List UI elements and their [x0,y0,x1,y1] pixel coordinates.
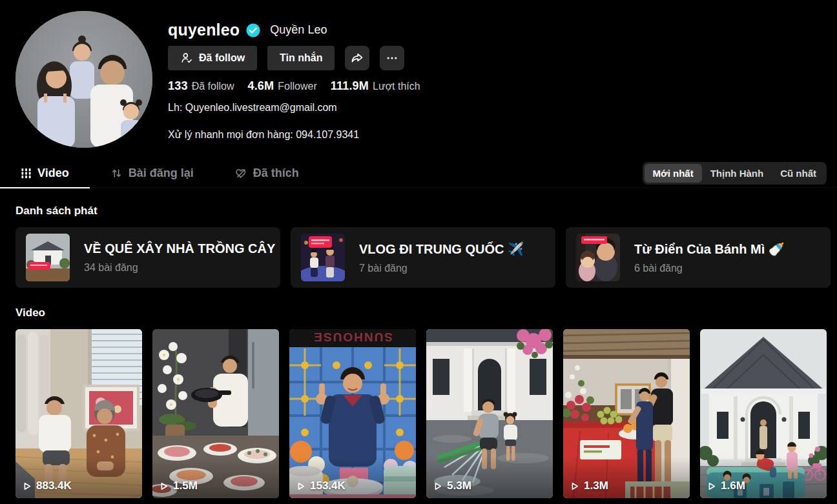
stat-following-label: Đã follow [192,81,234,92]
tab-video[interactable]: Video [0,159,90,188]
video-thumbnail [152,329,279,498]
content-tabbar: Video Bài đăng lại Đã thích Mới nhất Thị… [0,159,837,188]
stat-followers-value: 4.6M [247,79,274,92]
profile-actions: Đã follow Tin nhắn [168,46,420,70]
following-button-label: Đã follow [199,52,245,64]
videos-grid: 883.4K [0,329,837,498]
playlist-card-vlog-trung-quoc[interactable]: VLOG ĐI TRUNG QUỐC ✈️ 7 bài đăng [291,227,555,288]
stat-following[interactable]: 133Đã follow [168,79,234,93]
profile-info: quyenleo Quyền Leo Đã follow Tin nhắn [168,11,420,148]
sort-trending[interactable]: Thịnh Hành [702,164,772,183]
stat-following-value: 133 [168,79,188,92]
sort-newest[interactable]: Mới nhất [645,164,702,183]
playlist-thumbnail [26,234,70,281]
profile-stats: 133Đã follow 4.6MFollower 111.9MLượt thí… [168,79,420,93]
sort-segmented-control: Mới nhất Thịnh Hành Cũ nhất [643,162,827,185]
tab-video-label: Video [37,166,69,180]
play-icon [22,481,32,491]
tab-liked[interactable]: Đã thích [214,159,320,188]
tab-liked-label: Đã thích [253,166,299,180]
tab-reposts-label: Bài đăng lại [129,166,194,180]
playlist-meta: VỀ QUÊ XÂY NHÀ TRỒNG CÂY 34 bài đăng [84,241,275,274]
video-card-4[interactable]: 5.3M [426,329,553,498]
play-icon [433,481,442,491]
ellipsis-icon [386,52,398,65]
sticker-label [309,236,332,248]
heart-slash-icon [235,167,247,179]
video-views-count: 5.3M [447,479,471,492]
playlist-thumbnail [301,234,345,281]
video-thumbnail [426,329,553,498]
repost-icon [110,167,123,179]
video-views-count: 153.4K [310,479,346,492]
playlist-card-banh-mi[interactable]: Từ Điển Của Bánh Mì 🍼 6 bài đăng [566,227,831,288]
profile-header: quyenleo Quyền Leo Đã follow Tin nhắn [0,0,837,148]
video-views: 5.3M [433,479,471,492]
following-button[interactable]: Đã follow [168,46,257,70]
share-button[interactable] [345,46,369,70]
share-arrow-icon [350,51,364,65]
video-views: 1.6M [707,479,745,492]
message-button-label: Tin nhắn [280,52,322,64]
playlist-count: 7 bài đăng [359,263,524,274]
playlist-title: VỀ QUÊ XÂY NHÀ TRỒNG CÂY [84,241,275,256]
bio-line-1: Lh: Quyenleo.livestream@gmail.com [168,101,420,114]
videos-heading: Video [16,307,837,319]
playlist-title: VLOG ĐI TRUNG QUỐC ✈️ [359,241,524,257]
more-button[interactable] [380,46,404,70]
stat-followers[interactable]: 4.6MFollower [247,79,316,93]
display-name: Quyền Leo [270,23,327,37]
playlist-count: 6 bài đăng [634,263,785,274]
video-views: 1.5M [159,479,198,492]
stat-likes[interactable]: 111.9MLượt thích [331,79,420,93]
message-button[interactable]: Tin nhắn [267,46,335,70]
video-thumbnail [700,329,827,498]
playlist-title: Từ Điển Của Bánh Mì 🍼 [634,241,785,257]
svg-text:SUNHOUSE: SUNHOUSE [313,330,393,344]
playlist-thumbnail [576,234,620,281]
verified-badge-icon [246,23,260,37]
video-views-count: 1.6M [721,479,745,492]
video-card-5[interactable]: 1.3M [563,329,690,498]
profile-avatar[interactable] [16,11,152,148]
video-card-1[interactable]: 883.4K [16,329,142,498]
video-views: 1.3M [570,479,608,492]
video-views-count: 1.3M [584,479,608,492]
stat-likes-label: Lượt thích [373,81,420,92]
play-icon [707,481,716,491]
video-thumbnail [563,329,690,498]
tab-reposts[interactable]: Bài đăng lại [90,159,214,188]
video-thumbnail [16,329,142,498]
video-views: 153.4K [296,479,346,492]
stat-likes-value: 111.9M [331,79,369,92]
avatar-family-photo [16,11,152,148]
username: quyenleo [168,21,240,39]
name-row: quyenleo Quyền Leo [168,19,420,40]
video-card-2[interactable]: 1.5M [152,329,279,498]
tiktok-profile-page: quyenleo Quyền Leo Đã follow Tin nhắn [0,0,837,498]
play-icon [570,481,579,491]
sort-oldest[interactable]: Cũ nhất [772,164,825,183]
play-icon [159,481,169,491]
grid-icon [21,168,32,179]
playlist-count: 34 bài đăng [84,262,275,274]
bio-line-2: Xử lý nhanh mọi đơn hàng: 094.107.9341 [168,128,420,141]
video-card-6[interactable]: 1.6M [700,329,827,498]
play-icon [296,481,305,491]
playlist-meta: Từ Điển Của Bánh Mì 🍼 6 bài đăng [634,241,785,274]
video-views-count: 1.5M [173,479,198,492]
stat-followers-label: Follower [278,81,316,92]
playlists-heading: Danh sách phát [16,205,837,217]
playlist-meta: VLOG ĐI TRUNG QUỐC ✈️ 7 bài đăng [359,241,524,274]
video-thumbnail: SUNHOUSE [289,329,416,498]
playlists-row: VỀ QUÊ XÂY NHÀ TRỒNG CÂY 34 bài đăng [0,227,837,288]
video-views-count: 883.4K [36,479,72,492]
video-views: 883.4K [22,479,72,492]
playlist-card-ve-que[interactable]: VỀ QUÊ XÂY NHÀ TRỒNG CÂY 34 bài đăng [16,227,280,288]
person-check-icon [180,52,193,65]
video-card-3[interactable]: SUNHOUSE [289,329,416,498]
